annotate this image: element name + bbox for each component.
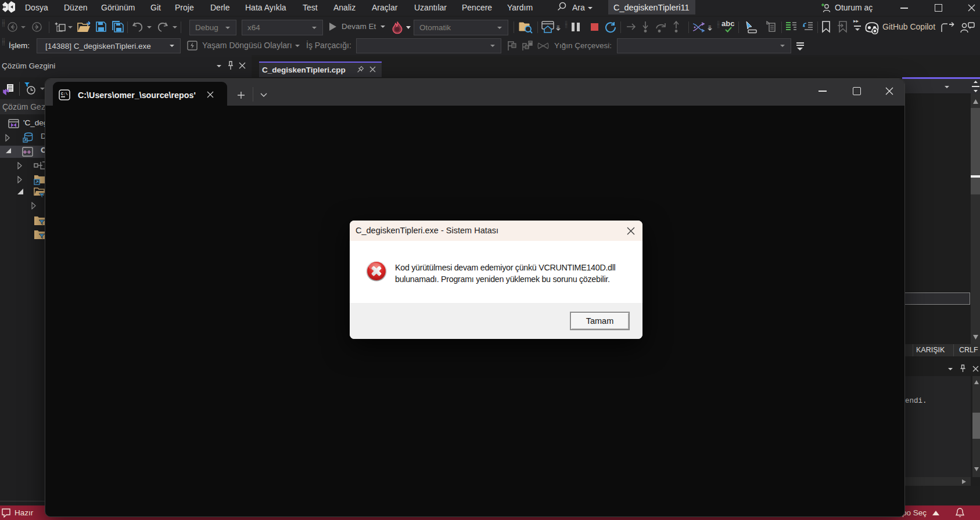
- svg-text:C:\: C:\: [61, 92, 68, 96]
